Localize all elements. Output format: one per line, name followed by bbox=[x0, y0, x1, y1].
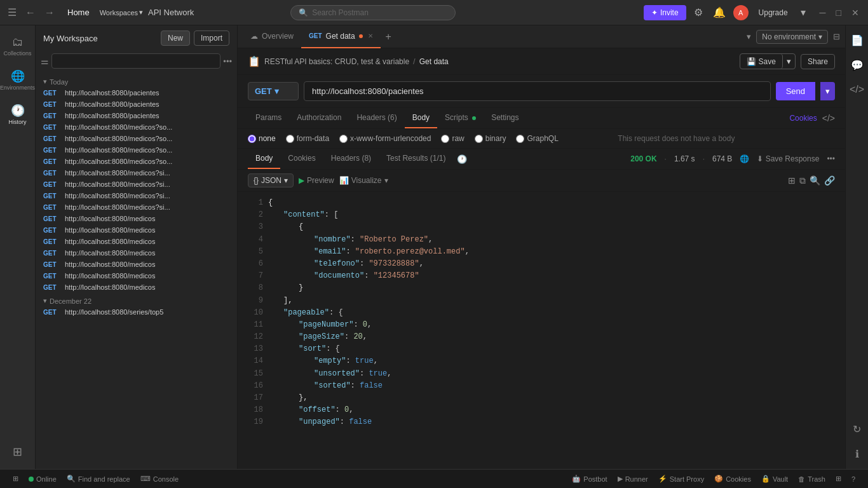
preview-button[interactable]: ▶ Preview bbox=[299, 176, 334, 185]
res-tab-test-results[interactable]: Test Results (1/1) bbox=[379, 149, 453, 169]
chevron-down-icon[interactable]: ▾ bbox=[747, 32, 751, 41]
close-tab-icon[interactable]: ✕ bbox=[368, 32, 373, 39]
link-icon[interactable]: 🔗 bbox=[824, 175, 835, 186]
list-item[interactable]: GEThttp://localhost:8080/medicos?so... bbox=[36, 121, 237, 133]
list-item[interactable]: GEThttp://localhost:8080/medicos?so... bbox=[36, 133, 237, 144]
layout-icon[interactable]: ⊟ bbox=[833, 32, 840, 41]
format-icon[interactable]: ⊞ bbox=[788, 175, 796, 186]
url-input[interactable] bbox=[304, 81, 771, 101]
maximize-button[interactable]: □ bbox=[832, 6, 845, 19]
send-button[interactable]: Send bbox=[776, 82, 815, 100]
list-item[interactable]: GEThttp://localhost:8080/pacientes bbox=[36, 87, 237, 98]
notifications-icon[interactable]: 🔔 bbox=[710, 4, 728, 21]
list-item[interactable]: GEThttp://localhost:8080/medicos?so... bbox=[36, 156, 237, 167]
tab-scripts[interactable]: Scripts bbox=[437, 108, 484, 128]
more-options-icon[interactable]: ••• bbox=[223, 57, 232, 66]
new-button[interactable]: New bbox=[161, 30, 190, 46]
tab-params[interactable]: Params bbox=[248, 108, 289, 128]
tab-get-data[interactable]: GET Get data ✕ bbox=[301, 25, 381, 48]
list-item[interactable]: GEThttp://localhost:8080/pacientes bbox=[36, 98, 237, 110]
find-replace-item[interactable]: 🔍 Find and replace bbox=[62, 475, 135, 483]
console-item[interactable]: ⌨ Console bbox=[135, 475, 184, 483]
globe-icon[interactable]: 🌐 bbox=[740, 154, 749, 163]
vault-item[interactable]: 🔒 Vault bbox=[756, 475, 793, 483]
list-item[interactable]: GEThttp://localhost:8080/medicos?si... bbox=[36, 167, 237, 179]
list-item[interactable]: GEThttp://localhost:8080/medicos bbox=[36, 281, 237, 293]
list-item[interactable]: GEThttp://localhost:8080/medicos bbox=[36, 270, 237, 281]
back-icon[interactable]: ← bbox=[23, 4, 38, 21]
radio-graphql[interactable]: GraphQL bbox=[516, 134, 558, 143]
res-tab-body[interactable]: Body bbox=[248, 149, 280, 169]
info-icon[interactable]: ℹ bbox=[851, 444, 863, 464]
history-clock-icon[interactable]: 🕐 bbox=[457, 154, 467, 164]
list-item[interactable]: GEThttp://localhost:8080/medicos bbox=[36, 236, 237, 247]
invite-button[interactable]: ✦ Invite bbox=[644, 5, 686, 20]
save-response-icon[interactable]: ⬇ Save Response bbox=[757, 154, 819, 163]
minimize-button[interactable]: ─ bbox=[816, 6, 830, 19]
tab-headers[interactable]: Headers (6) bbox=[349, 108, 404, 128]
list-item[interactable]: GEThttp://localhost:8080/medicos bbox=[36, 213, 237, 224]
send-split-button[interactable]: ▾ bbox=[820, 82, 835, 100]
share-button[interactable]: Share bbox=[801, 54, 835, 69]
tab-settings[interactable]: Settings bbox=[484, 108, 526, 128]
online-status[interactable]: Online bbox=[24, 475, 62, 483]
radio-binary[interactable]: binary bbox=[475, 134, 506, 143]
workspaces-dropdown[interactable]: Workspaces ▾ bbox=[100, 8, 143, 17]
layout-icon-item[interactable]: ⊞ bbox=[8, 475, 24, 483]
list-item[interactable]: GEThttp://localhost:8080/medicos bbox=[36, 247, 237, 259]
copy-icon[interactable]: ⧉ bbox=[799, 175, 806, 186]
sidebar-item-history[interactable]: 🕐 History bbox=[3, 98, 33, 130]
radio-raw[interactable]: raw bbox=[441, 134, 464, 143]
sidebar-item-collections[interactable]: 🗂 Collections bbox=[3, 30, 33, 62]
history-group-dec22[interactable]: ▾ December 22 bbox=[36, 293, 237, 306]
list-item[interactable]: GEThttp://localhost:8080/series/top5 bbox=[36, 306, 237, 318]
settings-icon[interactable]: ⚙ bbox=[691, 4, 705, 21]
add-tab-button[interactable]: + bbox=[381, 31, 397, 43]
more-options-icon[interactable]: ••• bbox=[827, 154, 835, 163]
radio-none[interactable]: none bbox=[248, 134, 276, 143]
cookies-status-item[interactable]: 🍪 Cookies bbox=[709, 475, 756, 483]
list-item[interactable]: GEThttp://localhost:8080/pacientes bbox=[36, 110, 237, 121]
grid-status-item[interactable]: ⊞ bbox=[831, 475, 846, 483]
chevron-down-icon[interactable]: ▾ bbox=[798, 4, 808, 21]
list-item[interactable]: GEThttp://localhost:8080/medicos?si... bbox=[36, 201, 237, 213]
help-item[interactable]: ? bbox=[846, 475, 860, 483]
upgrade-button[interactable]: Upgrade bbox=[754, 6, 793, 20]
close-button[interactable]: ✕ bbox=[848, 6, 863, 19]
code-icon[interactable]: </> bbox=[846, 80, 868, 99]
search-bar[interactable]: 🔍 Search Postman bbox=[290, 5, 456, 20]
list-item[interactable]: GEThttp://localhost:8080/medicos bbox=[36, 259, 237, 270]
json-format-selector[interactable]: {} JSON ▾ bbox=[248, 173, 294, 187]
tab-overview[interactable]: ☁ Overview bbox=[243, 25, 301, 48]
history-group-today[interactable]: ▾ Today bbox=[36, 74, 237, 87]
postbot-item[interactable]: 🤖 Postbot bbox=[567, 475, 612, 483]
document-icon[interactable]: 📄 bbox=[847, 30, 867, 50]
home-link[interactable]: Home bbox=[62, 5, 95, 20]
trash-item[interactable]: 🗑 Trash bbox=[793, 475, 831, 483]
save-button[interactable]: 💾 Save bbox=[740, 54, 783, 69]
hamburger-icon[interactable]: ☰ bbox=[5, 4, 19, 21]
res-tab-headers[interactable]: Headers (8) bbox=[323, 149, 379, 169]
tab-authorization[interactable]: Authorization bbox=[289, 108, 349, 128]
api-network-link[interactable]: API Network bbox=[148, 8, 194, 17]
tab-body[interactable]: Body bbox=[405, 108, 437, 128]
radio-urlencoded[interactable]: x-www-form-urlencoded bbox=[339, 134, 431, 143]
runner-item[interactable]: ▶ Runner bbox=[613, 475, 653, 483]
list-item[interactable]: GEThttp://localhost:8080/medicos?si... bbox=[36, 190, 237, 201]
forward-icon[interactable]: → bbox=[42, 4, 57, 21]
refresh-icon[interactable]: ↻ bbox=[849, 419, 865, 439]
filter-icon[interactable]: ⚌ bbox=[41, 56, 49, 66]
history-search-input[interactable] bbox=[51, 53, 220, 69]
list-item[interactable]: GEThttp://localhost:8080/medicos bbox=[36, 224, 237, 236]
code-icon[interactable]: </> bbox=[822, 113, 835, 123]
environment-selector[interactable]: No environment ▾ bbox=[756, 30, 828, 44]
list-item[interactable]: GEThttp://localhost:8080/medicos?so... bbox=[36, 144, 237, 156]
import-button[interactable]: Import bbox=[194, 30, 229, 46]
list-item[interactable]: GEThttp://localhost:8080/medicos?si... bbox=[36, 179, 237, 190]
cookies-link[interactable]: Cookies bbox=[789, 114, 817, 123]
radio-form-data[interactable]: form-data bbox=[286, 134, 329, 143]
search-icon[interactable]: 🔍 bbox=[810, 175, 820, 186]
chat-icon[interactable]: 💬 bbox=[847, 55, 867, 75]
sidebar-item-environments[interactable]: 🌐 Environments bbox=[3, 64, 33, 96]
avatar[interactable]: A bbox=[733, 5, 749, 20]
